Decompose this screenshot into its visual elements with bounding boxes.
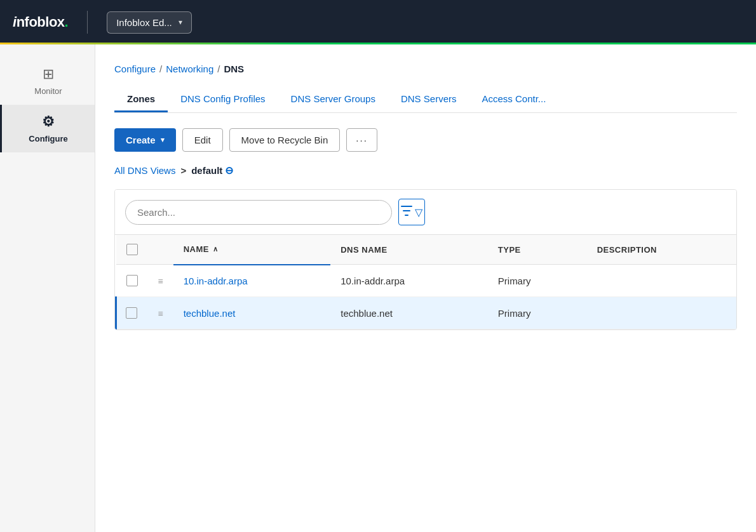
move-to-recycle-bin-button[interactable]: Move to Recycle Bin	[229, 128, 341, 152]
tabs-bar: Zones DNS Config Profiles DNS Server Gro…	[114, 87, 737, 113]
table-header: NAME ∧ DNS NAME TYPE DESCRIPTION	[116, 235, 737, 265]
row1-type: Primary	[498, 276, 531, 286]
breadcrumb-networking[interactable]: Networking	[166, 63, 213, 74]
table-row: ≡ techblue.net techblue.net Primary	[116, 297, 737, 329]
view-nav-icon[interactable]: ⊖	[225, 164, 233, 176]
sidebar-item-monitor-label: Monitor	[34, 86, 62, 96]
row1-checkbox-cell	[116, 265, 148, 297]
row2-dns-name-cell: techblue.net	[330, 297, 488, 329]
row2-dns-name: techblue.net	[341, 308, 393, 319]
view-nav-arrow: >	[180, 165, 186, 176]
logo: infoblox.	[13, 14, 68, 30]
sidebar-item-configure-label: Configure	[29, 134, 67, 143]
row2-type-cell: Primary	[488, 297, 587, 329]
recycle-label: Move to Recycle Bin	[241, 135, 328, 145]
sidebar: ⊞ Monitor ⚙ Configure	[0, 44, 95, 532]
edit-button[interactable]: Edit	[182, 128, 223, 152]
more-label: ···	[356, 135, 368, 145]
th-handle	[148, 235, 173, 265]
row1-name-cell: 10.in-addr.arpa	[173, 265, 331, 297]
tab-dns-servers[interactable]: DNS Servers	[388, 87, 469, 112]
row1-type-cell: Primary	[488, 265, 587, 297]
search-row: ▽	[115, 190, 736, 235]
th-type[interactable]: TYPE	[488, 235, 587, 265]
row2-name-cell: techblue.net	[173, 297, 331, 329]
create-dropdown-arrow: ▾	[161, 136, 165, 144]
view-nav-current: default ⊖	[191, 164, 233, 176]
th-select-all[interactable]	[116, 235, 148, 265]
topbar: infoblox. Infoblox Ed... ▾	[0, 0, 756, 44]
tab-dns-config-profiles[interactable]: DNS Config Profiles	[168, 87, 278, 112]
breadcrumb: Configure / Networking / DNS	[114, 63, 737, 74]
logo-text: infoblox.	[13, 14, 68, 30]
row1-description-cell	[587, 265, 736, 297]
breadcrumb-sep-1: /	[159, 63, 162, 74]
row1-drag-handle[interactable]: ≡	[158, 276, 163, 286]
th-dns-name[interactable]: DNS NAME	[330, 235, 488, 265]
th-name[interactable]: NAME ∧	[173, 235, 331, 265]
row1-handle-cell: ≡	[148, 265, 173, 297]
create-button[interactable]: Create ▾	[114, 128, 176, 152]
dns-zones-table-container: ▽ NAME	[114, 189, 737, 330]
search-wrapper	[125, 200, 392, 225]
table-row: ≡ 10.in-addr.arpa 10.in-addr.arpa Primar…	[116, 265, 737, 297]
main-layout: ⊞ Monitor ⚙ Configure Configure / Networ…	[0, 44, 756, 532]
breadcrumb-configure[interactable]: Configure	[114, 63, 156, 74]
create-label: Create	[126, 135, 156, 145]
filter-icon: ▽	[401, 206, 422, 218]
row2-name-link[interactable]: techblue.net	[184, 308, 236, 319]
search-input[interactable]	[125, 200, 392, 225]
view-nav: All DNS Views > default ⊖	[114, 164, 737, 176]
tab-dns-server-groups[interactable]: DNS Server Groups	[278, 87, 388, 112]
all-dns-views-link[interactable]: All DNS Views	[114, 165, 175, 176]
select-all-checkbox[interactable]	[126, 244, 138, 255]
tab-access-control[interactable]: Access Contr...	[469, 87, 558, 112]
row2-checkbox[interactable]	[126, 307, 137, 319]
tab-zones[interactable]: Zones	[114, 87, 168, 112]
row2-checkbox-cell	[116, 297, 148, 329]
topbar-divider	[87, 11, 88, 34]
dns-zones-table: NAME ∧ DNS NAME TYPE DESCRIPTION	[115, 235, 736, 329]
row2-handle-cell: ≡	[148, 297, 173, 329]
more-actions-button[interactable]: ···	[346, 128, 377, 152]
chevron-down-icon: ▾	[179, 18, 182, 27]
toolbar: Create ▾ Edit Move to Recycle Bin ···	[114, 128, 737, 152]
th-description[interactable]: DESCRIPTION	[587, 235, 736, 265]
name-sort-icon: ∧	[213, 245, 219, 253]
breadcrumb-sep-2: /	[217, 63, 220, 74]
breadcrumb-current: DNS	[224, 63, 244, 74]
row1-checkbox[interactable]	[126, 275, 138, 286]
row2-type: Primary	[498, 308, 531, 319]
table-body: ≡ 10.in-addr.arpa 10.in-addr.arpa Primar…	[116, 265, 737, 329]
org-label: Infoblox Ed...	[116, 17, 172, 28]
row1-dns-name: 10.in-addr.arpa	[341, 276, 405, 286]
configure-icon: ⚙	[42, 114, 55, 130]
row1-dns-name-cell: 10.in-addr.arpa	[330, 265, 488, 297]
row2-description-cell	[587, 297, 736, 329]
edit-label: Edit	[194, 135, 211, 145]
content-area: Configure / Networking / DNS Zones DNS C…	[95, 44, 756, 532]
row1-name-link[interactable]: 10.in-addr.arpa	[184, 276, 248, 286]
filter-button[interactable]: ▽	[398, 199, 425, 225]
sidebar-item-monitor[interactable]: ⊞ Monitor	[0, 57, 95, 105]
row2-drag-handle[interactable]: ≡	[158, 309, 163, 319]
sidebar-item-configure[interactable]: ⚙ Configure	[0, 105, 95, 152]
org-selector[interactable]: Infoblox Ed... ▾	[107, 11, 192, 34]
monitor-icon: ⊞	[43, 66, 54, 83]
